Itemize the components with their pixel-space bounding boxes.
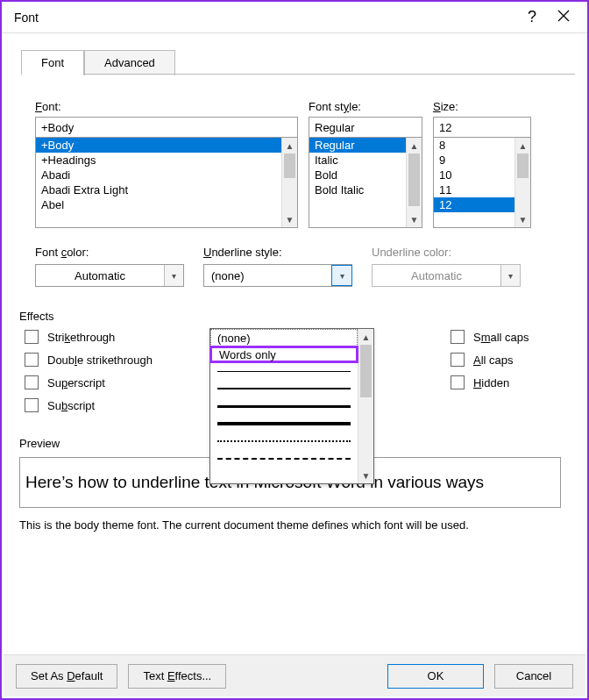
chevron-down-icon: ▾: [500, 265, 520, 286]
checkbox-strikethrough[interactable]: Strikethrough: [25, 330, 153, 344]
size-input[interactable]: [433, 117, 531, 138]
list-item[interactable]: +Body: [36, 138, 297, 153]
scroll-up-icon[interactable]: ▲: [358, 329, 373, 345]
list-item[interactable]: Regular: [309, 138, 422, 153]
chevron-down-icon[interactable]: ▾: [331, 265, 352, 286]
preview-description: This is the body theme font. The current…: [19, 518, 561, 532]
help-button[interactable]: ?: [515, 4, 549, 30]
style-label: Font style:: [309, 100, 422, 113]
scroll-down-icon[interactable]: ▼: [515, 211, 530, 227]
font-listbox[interactable]: +Body +Headings Abadi Abadi Extra Light …: [35, 137, 298, 228]
list-item[interactable]: Bold: [309, 168, 422, 182]
font-dialog: Font ? Font Advanced Font: +Body +Headin…: [0, 0, 589, 700]
list-item[interactable]: (none): [210, 329, 358, 346]
effects-label: Effects: [19, 310, 561, 323]
underline-color-label: Underline color:: [372, 246, 521, 259]
set-default-button[interactable]: Set As Default: [16, 664, 117, 689]
scrollbar[interactable]: ▲ ▼: [514, 138, 530, 227]
scroll-down-icon[interactable]: ▼: [407, 211, 422, 227]
list-item[interactable]: Abadi Extra Light: [36, 182, 297, 197]
checkbox-all-caps[interactable]: All caps: [451, 353, 529, 367]
tabstrip: Font Advanced: [21, 49, 587, 75]
checkbox-small-caps[interactable]: Small caps: [451, 330, 529, 344]
underline-color-dropdown: Automatic ▾: [372, 264, 521, 287]
list-item[interactable]: Bold Italic: [309, 182, 422, 197]
tab-font[interactable]: Font: [21, 50, 84, 75]
checkbox-hidden[interactable]: Hidden: [451, 375, 529, 389]
list-item[interactable]: Abadi: [36, 168, 297, 182]
style-listbox[interactable]: Regular Italic Bold Bold Italic ▲ ▼: [309, 137, 422, 228]
font-color-value: Automatic: [36, 269, 164, 282]
dialog-title: Font: [14, 11, 515, 25]
checkbox-subscript[interactable]: Subscript: [25, 398, 153, 412]
underline-style-dropdown[interactable]: (none) ▾: [203, 264, 352, 287]
text-effects-button[interactable]: Text Effects...: [128, 664, 226, 689]
list-item[interactable]: Abel: [36, 197, 297, 212]
list-item[interactable]: Italic: [309, 153, 422, 168]
font-input[interactable]: [35, 117, 298, 138]
scroll-down-icon[interactable]: ▼: [282, 211, 297, 227]
underline-style-value: (none): [204, 269, 332, 282]
close-button[interactable]: [549, 6, 578, 28]
cancel-button[interactable]: Cancel: [494, 664, 573, 689]
list-item-line[interactable]: [210, 397, 358, 415]
size-label: Size:: [433, 100, 531, 113]
size-listbox[interactable]: 8 9 10 11 12 ▲ ▼: [433, 137, 531, 228]
list-item[interactable]: +Headings: [36, 153, 297, 168]
titlebar: Font ?: [2, 2, 587, 33]
list-item-line[interactable]: [210, 415, 358, 432]
scrollbar[interactable]: ▲ ▼: [358, 329, 373, 483]
tab-advanced[interactable]: Advanced: [84, 50, 175, 75]
font-color-label: Font color:: [35, 246, 184, 259]
dialog-button-row: Set As Default Text Effects... OK Cancel: [4, 654, 585, 696]
scrollbar[interactable]: ▲ ▼: [281, 138, 297, 227]
scroll-up-icon[interactable]: ▲: [515, 138, 530, 154]
ok-button[interactable]: OK: [387, 664, 484, 689]
checkbox-superscript[interactable]: Superscript: [25, 375, 153, 389]
list-item-words-only[interactable]: Words only: [209, 346, 358, 363]
list-item-line[interactable]: [210, 380, 358, 397]
font-color-dropdown[interactable]: Automatic ▾: [35, 264, 184, 287]
chevron-down-icon[interactable]: ▾: [164, 265, 183, 286]
scroll-thumb[interactable]: [360, 345, 372, 397]
scroll-up-icon[interactable]: ▲: [282, 138, 297, 154]
list-item-line[interactable]: [210, 450, 358, 468]
scrollbar[interactable]: ▲ ▼: [406, 138, 422, 227]
scroll-thumb[interactable]: [517, 154, 529, 178]
scroll-up-icon[interactable]: ▲: [407, 138, 422, 154]
checkbox-double-strikethrough[interactable]: Double strikethrough: [25, 353, 153, 367]
underline-style-open-list[interactable]: (none) Words only ▲ ▼: [209, 328, 374, 484]
underline-color-value: Automatic: [373, 269, 500, 282]
list-item-line[interactable]: [210, 432, 358, 450]
scroll-thumb[interactable]: [284, 154, 295, 178]
style-input[interactable]: [309, 117, 422, 138]
scroll-down-icon[interactable]: ▼: [358, 468, 373, 483]
font-label: Font:: [35, 100, 298, 113]
underline-style-label: Underline style:: [203, 246, 352, 259]
list-item-line[interactable]: [210, 362, 358, 380]
scroll-thumb[interactable]: [408, 154, 420, 206]
